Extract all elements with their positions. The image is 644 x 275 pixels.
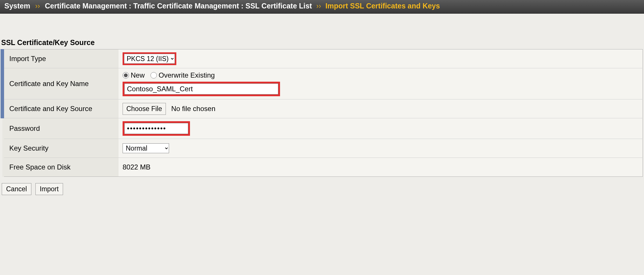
highlight-import-type: PKCS 12 (IIS) [123,52,176,65]
row-cert-key-name: Certificate and Key Name New Overwrite E… [2,68,643,99]
row-cert-key-source: Certificate and Key Source Choose File N… [2,99,643,118]
breadcrumb-current: Import SSL Certificates and Keys [325,2,440,10]
label-key-security: Key Security [2,139,119,158]
select-import-type[interactable]: PKCS 12 (IIS) [124,54,175,64]
import-button[interactable]: Import [35,183,63,195]
form-table: Import Type PKCS 12 (IIS) Certificate an… [1,49,643,177]
input-cert-key-name[interactable] [124,83,278,94]
label-free-space: Free Space on Disk [2,158,119,177]
highlight-cert-name [123,82,280,96]
choose-file-button[interactable]: Choose File [123,103,166,115]
breadcrumb-separator: ›› [35,2,40,10]
radio-new-label: New [131,71,145,79]
highlight-password [123,121,190,136]
section-title: SSL Certificate/Key Source [0,38,644,49]
select-key-security[interactable]: Normal [123,143,169,153]
button-row: Cancel Import [0,177,644,201]
row-key-security: Key Security Normal [2,139,643,158]
breadcrumb-separator: ›› [316,2,321,10]
breadcrumb-path[interactable]: Certificate Management : Traffic Certifi… [45,2,312,10]
radio-overwrite-label: Overwrite Existing [159,71,215,79]
breadcrumb: System ›› Certificate Management : Traff… [0,0,644,14]
input-password[interactable] [124,123,188,134]
row-password: Password [2,118,643,139]
label-import-type: Import Type [2,49,119,68]
cancel-button[interactable]: Cancel [2,183,31,195]
label-cert-key-source: Certificate and Key Source [2,99,119,118]
label-password: Password [2,118,119,139]
file-status: No file chosen [171,105,215,112]
radio-new[interactable] [123,72,129,78]
value-free-space: 8022 MB [119,158,643,177]
label-cert-key-name: Certificate and Key Name [2,68,119,99]
row-free-space: Free Space on Disk 8022 MB [2,158,643,177]
breadcrumb-root[interactable]: System [4,2,30,10]
radio-overwrite[interactable] [150,72,157,78]
row-import-type: Import Type PKCS 12 (IIS) [2,49,643,68]
